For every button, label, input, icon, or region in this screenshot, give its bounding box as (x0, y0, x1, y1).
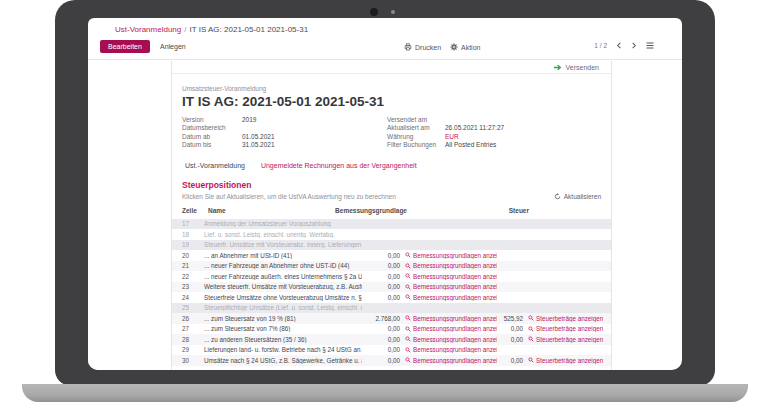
meta-label: Datumsbereich (182, 124, 242, 132)
prev-page-button[interactable] (616, 42, 622, 49)
action-label: Aktion (461, 44, 480, 51)
send-bar: Versenden (172, 61, 611, 74)
table-row: 18 Lief. u. sonst. Leistg. einschl. unen… (172, 229, 611, 240)
base-link-label: Bemessungsgrundlagen anzeigen (413, 273, 497, 280)
row-base-value: 0,00 (366, 357, 400, 364)
row-base-value: 0,00 (366, 252, 400, 259)
column-header-name: Name (208, 207, 226, 214)
base-link-label: Bemessungsgrundlagen anzeigen (413, 294, 497, 301)
meta-label: Aktualisiert am (387, 124, 445, 132)
magnifier-icon (405, 357, 411, 363)
magnifier-icon (405, 336, 411, 342)
row-line-number: 24 (182, 294, 204, 301)
show-base-amounts-link[interactable]: Bemessungsgrundlagen anzeigen (405, 315, 497, 322)
magnifier-icon (405, 347, 411, 353)
meta-label: Datum bis (182, 141, 242, 149)
magnifier-icon (405, 284, 411, 290)
create-button[interactable]: Anlegen (154, 40, 192, 53)
tab-ustva[interactable]: Ust.-Voranmeldung (185, 162, 245, 169)
show-base-amounts-link[interactable]: Bemessungsgrundlagen anzeigen (405, 262, 497, 269)
row-name: ... zu anderen Steuersätzen (35 / 36) (204, 336, 362, 343)
row-name: Lief. u. sonst. Leistg. einschl. unentg.… (204, 231, 362, 238)
show-base-amounts-link[interactable]: Bemessungsgrundlagen anzeigen (405, 346, 497, 353)
magnifier-icon (405, 273, 411, 279)
magnifier-icon (528, 326, 534, 332)
print-button[interactable]: Drucken (404, 43, 441, 51)
row-base-value: 0,00 (366, 283, 400, 290)
toolbar: Bearbeiten Anlegen Drucken Aktion 1 / 2 (88, 38, 682, 60)
column-header-tax: Steuer (509, 207, 529, 214)
row-line-number: 29 (182, 346, 204, 353)
tax-link-label: Steuerbeträge anzeigen (536, 357, 603, 364)
row-line-number: 26 (182, 315, 204, 322)
row-tax-value: 0,00 (497, 336, 523, 343)
row-name: ... zum Steuersatz von 19 % (81) (204, 315, 362, 322)
show-tax-amounts-link[interactable]: Steuerbeträge anzeigen (528, 315, 603, 322)
metadata-right-column: Versendet am Aktualisiert am26.05.2021 1… (387, 116, 601, 150)
row-name: Steuerpflichtige Umsätze (Lief. u. sonst… (204, 304, 362, 311)
menu-icon (646, 42, 654, 49)
show-base-amounts-link[interactable]: Bemessungsgrundlagen anzeigen (405, 283, 497, 290)
printer-icon (404, 43, 412, 51)
tax-link-label: Steuerbeträge anzeigen (536, 336, 603, 343)
meta-label: Währung (387, 133, 445, 141)
tax-link-label: Steuerbeträge anzeigen (536, 315, 603, 322)
refresh-icon (554, 193, 561, 200)
show-tax-amounts-link[interactable]: Steuerbeträge anzeigen (528, 325, 603, 332)
tax-link-label: Steuerbeträge anzeigen (536, 325, 603, 332)
meta-value: 2019 (242, 116, 256, 124)
breadcrumb: Ust-Voranmeldung/IT IS AG: 2021-05-01 20… (115, 25, 308, 34)
magnifier-icon (528, 357, 534, 363)
chevron-left-icon (616, 42, 622, 49)
show-base-amounts-link[interactable]: Bemessungsgrundlagen anzeigen (405, 273, 497, 280)
send-button[interactable]: Versenden (566, 64, 599, 71)
show-base-amounts-link[interactable]: Bemessungsgrundlagen anzeigen (405, 336, 497, 343)
tab-unreported-invoices[interactable]: Ungemeldete Rechnungen aus der Vergangen… (261, 162, 417, 169)
list-view-button[interactable] (646, 42, 654, 49)
section-subheader: Klicken Sie auf Aktualisieren, um die Us… (182, 193, 601, 200)
breadcrumb-section-link[interactable]: Ust-Voranmeldung (115, 25, 181, 34)
meta-label: Datum ab (182, 133, 242, 141)
table-row: 30 Umsätze nach § 24 UStG, z.B. Sägewerk… (172, 355, 611, 366)
row-line-number: 23 (182, 283, 204, 290)
table-row: 28 ... zu anderen Steuersätzen (35 / 36)… (172, 334, 611, 345)
magnifier-icon (405, 294, 411, 300)
app-screen: Ust-Voranmeldung/IT IS AG: 2021-05-01 20… (88, 18, 682, 370)
base-link-label: Bemessungsgrundlagen anzeigen (413, 262, 497, 269)
show-base-amounts-link[interactable]: Bemessungsgrundlagen anzeigen (405, 357, 497, 364)
camera-indicator-icon (391, 10, 395, 14)
row-tax-value: 0,00 (497, 325, 523, 332)
page-indicator: 1 / 2 (594, 42, 607, 49)
meta-value: All Posted Entries (445, 141, 496, 149)
page: Ust-Voranmeldung/IT IS AG: 2021-05-01 20… (0, 0, 770, 402)
magnifier-icon (528, 315, 534, 321)
currency-value: EUR (445, 133, 459, 141)
table-row: 22 ... neuer Fahrzeuge außerh. eines Unt… (172, 271, 611, 282)
show-base-amounts-link[interactable]: Bemessungsgrundlagen anzeigen (405, 294, 497, 301)
next-page-button[interactable] (631, 42, 637, 49)
show-base-amounts-link[interactable]: Bemessungsgrundlagen anzeigen (405, 325, 497, 332)
meta-label: Version (182, 116, 242, 124)
magnifier-icon (405, 252, 411, 258)
row-base-value: 0,00 (366, 273, 400, 280)
table-row: 25 Steuerpflichtige Umsätze (Lief. u. so… (172, 303, 611, 314)
laptop-base (22, 384, 748, 402)
show-tax-amounts-link[interactable]: Steuerbeträge anzeigen (528, 336, 603, 343)
pagination: 1 / 2 (594, 42, 654, 49)
gear-icon (450, 43, 458, 51)
show-base-amounts-link[interactable]: Bemessungsgrundlagen anzeigen (405, 252, 497, 259)
row-name: ... neuer Fahrzeuge an Abnehmer ohne UST… (204, 262, 362, 269)
row-name: ... zum Steuersatz von 7% (86) (204, 325, 362, 332)
row-line-number: 21 (182, 262, 204, 269)
row-name: ... neuer Fahrzeuge außerh. eines Untern… (204, 273, 362, 280)
edit-button[interactable]: Bearbeiten (100, 40, 150, 53)
show-tax-amounts-link[interactable]: Steuerbeträge anzeigen (528, 357, 603, 364)
refresh-button[interactable]: Aktualisieren (554, 193, 601, 200)
magnifier-icon (405, 326, 411, 332)
tabs: Ust.-Voranmeldung Ungemeldete Rechnungen… (182, 162, 601, 169)
table-header: Zeile Name Bemessungsgrundlage Steuer (182, 207, 601, 219)
row-line-number: 19 (182, 241, 204, 248)
table-row: 19 Steuerfr. Umsätze mit Vorsteuerabz. i… (172, 240, 611, 251)
action-menu-button[interactable]: Aktion (450, 43, 480, 51)
camera-icon (370, 8, 378, 16)
